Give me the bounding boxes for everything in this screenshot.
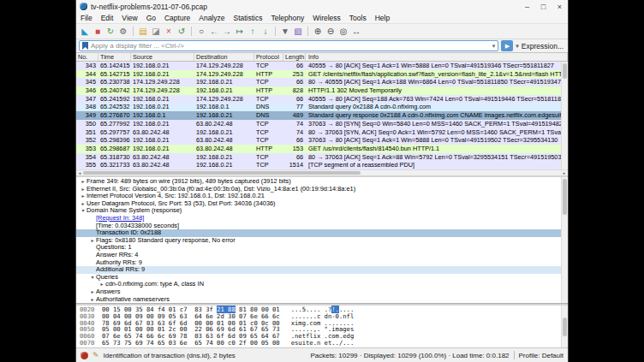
hex-row[interactable]: 0070 65 73 75 69 74 65 03 6e 65 74 00 c0… bbox=[80, 340, 568, 347]
detail-row[interactable]: [Time: 0.034338000 seconds] bbox=[76, 223, 568, 230]
bytes-scrollbar[interactable] bbox=[561, 306, 568, 347]
capture-options-button[interactable]: ⚙ bbox=[117, 26, 129, 38]
expander-icon[interactable]: ▸ bbox=[89, 296, 96, 304]
expander-icon[interactable]: ▸ bbox=[80, 200, 86, 208]
resize-columns-button[interactable]: ↔ bbox=[350, 26, 362, 38]
expander-icon[interactable]: ▸ bbox=[98, 281, 105, 288]
packet-list-scrollbar[interactable] bbox=[561, 62, 568, 169]
expander-icon[interactable]: ▸ bbox=[89, 237, 96, 245]
table-row[interactable]: 34465.142715192.168.0.21174.129.249.228H… bbox=[76, 70, 568, 79]
expression-button[interactable]: Expression... bbox=[522, 42, 565, 50]
expander-icon[interactable]: ▸ bbox=[80, 178, 86, 186]
open-file-button[interactable]: ▤ bbox=[137, 26, 149, 38]
zoom-in-button[interactable]: ⊕ bbox=[312, 26, 324, 38]
display-filter-input[interactable]: Apply a display filter ... <Ctrl-/> ▾ bbox=[79, 40, 498, 51]
table-row[interactable]: 35065.277992192.168.0.2163.80.242.48TCP7… bbox=[76, 120, 568, 128]
restart-capture-button[interactable]: ↻ bbox=[104, 26, 116, 38]
maximize-button[interactable]: □ bbox=[535, 0, 552, 13]
expander-icon[interactable]: ▾ bbox=[89, 274, 96, 282]
detail-row[interactable]: [Request In: 348] bbox=[76, 215, 568, 223]
menu-item-view[interactable]: View bbox=[117, 14, 141, 22]
detail-row[interactable]: Questions: 1 bbox=[76, 244, 568, 252]
bookmark-icon[interactable] bbox=[82, 42, 88, 50]
scrollbar-thumb[interactable] bbox=[563, 63, 567, 79]
detail-row[interactable]: ▸Internet Protocol Version 4, Src: 192.1… bbox=[76, 193, 568, 200]
packet-list-hscrollbar[interactable]: ◂ ▸ bbox=[76, 169, 568, 175]
menu-item-file[interactable]: File bbox=[76, 14, 97, 22]
table-row[interactable]: 35465.31873063.80.242.48192.168.0.21TCP6… bbox=[76, 153, 568, 162]
auto-scroll-button[interactable]: ▼ bbox=[279, 26, 291, 38]
column-header-no[interactable]: No. bbox=[76, 53, 98, 61]
zoom-original-button[interactable]: ◎ bbox=[337, 26, 349, 38]
close-file-button[interactable]: × bbox=[163, 26, 175, 38]
menu-item-go[interactable]: Go bbox=[142, 14, 160, 22]
menu-item-edit[interactable]: Edit bbox=[97, 14, 118, 22]
detail-row[interactable]: ▸Authoritative nameservers bbox=[76, 296, 568, 304]
close-button[interactable]: × bbox=[552, 0, 568, 13]
detail-row[interactable]: Transaction ID: 0x2188 bbox=[76, 229, 568, 237]
scrollbar-thumb[interactable] bbox=[563, 179, 567, 215]
table-row[interactable]: 35165.29775763.80.242.48192.168.0.21TCP7… bbox=[76, 128, 568, 137]
expression-dropdown-icon[interactable]: ▾ bbox=[516, 43, 519, 50]
table-row[interactable]: 34665.240742174.129.249.228192.168.0.21H… bbox=[76, 86, 568, 95]
detail-row[interactable]: Answer RRs: 4 bbox=[76, 252, 568, 259]
column-header-protocol[interactable]: Protocol bbox=[254, 53, 283, 61]
reload-file-button[interactable]: ↺ bbox=[176, 26, 188, 38]
column-header-source[interactable]: Source bbox=[131, 53, 194, 61]
column-header-time[interactable]: Time bbox=[98, 53, 131, 61]
capture-comment-icon[interactable]: ✎ bbox=[92, 351, 99, 359]
menu-item-telephony[interactable]: Telephony bbox=[267, 14, 309, 22]
table-row[interactable]: 35565.32173363.80.242.48192.168.0.21TCP1… bbox=[76, 161, 568, 169]
details-scrollbar[interactable] bbox=[561, 177, 568, 303]
title-bar[interactable]: tv-netflix-problems-2011-07-06.pcap – □ … bbox=[76, 0, 568, 13]
menu-item-capture[interactable]: Capture bbox=[160, 14, 194, 22]
table-row[interactable]: 34565.230738174.129.249.228192.168.0.21T… bbox=[76, 78, 568, 86]
detail-row[interactable]: ▸User Datagram Protocol, Src Port: 53 (5… bbox=[76, 200, 568, 208]
expander-icon[interactable]: ▾ bbox=[80, 207, 86, 215]
expander-icon[interactable]: ▸ bbox=[89, 288, 96, 296]
menu-item-help[interactable]: Help bbox=[371, 14, 394, 22]
expert-info-icon[interactable] bbox=[80, 352, 88, 359]
expander-icon[interactable]: ▸ bbox=[80, 193, 86, 200]
start-capture-button[interactable]: ◣ bbox=[79, 26, 91, 38]
table-row[interactable]: 34865.242532192.168.0.21192.168.0.1DNS77… bbox=[76, 103, 568, 111]
minimize-button[interactable]: – bbox=[519, 0, 535, 13]
menu-item-wireless[interactable]: Wireless bbox=[308, 14, 345, 22]
zoom-out-button[interactable]: ⊖ bbox=[325, 26, 337, 38]
table-row[interactable]: 34765.241592192.168.0.21174.129.249.228T… bbox=[76, 95, 568, 104]
detail-row[interactable]: ▸cdn-0.nflximg.com: type A, class IN bbox=[76, 281, 568, 288]
go-back-button[interactable]: ← bbox=[208, 26, 220, 38]
status-profile[interactable]: Profile: Default bbox=[519, 352, 564, 359]
detail-row[interactable]: ▸Ethernet II, Src: Globalsc_00:3b:0a (f0… bbox=[76, 186, 568, 193]
go-to-packet-button[interactable]: ↦ bbox=[234, 26, 246, 38]
go-last-button[interactable]: ↓ bbox=[259, 26, 271, 38]
save-file-button[interactable]: ◪ bbox=[150, 26, 162, 38]
go-forward-button[interactable]: → bbox=[221, 26, 233, 38]
menu-item-analyze[interactable]: Analyze bbox=[194, 14, 229, 22]
detail-row[interactable]: ▸Answers bbox=[76, 288, 568, 296]
detail-row[interactable]: ▾Domain Name System (response) bbox=[76, 207, 568, 215]
hscroll-thumb[interactable] bbox=[83, 171, 361, 175]
apply-filter-button[interactable]: ▶ bbox=[501, 40, 513, 51]
detail-row[interactable]: ▾Queries bbox=[76, 274, 568, 282]
table-row[interactable]: 34965.276870192.168.0.1192.168.0.21DNS48… bbox=[76, 111, 568, 120]
column-header-destination[interactable]: Destination bbox=[194, 53, 254, 61]
find-packet-button[interactable]: ○ bbox=[195, 26, 207, 38]
expander-icon[interactable]: ▸ bbox=[80, 186, 86, 193]
scrollbar-thumb[interactable] bbox=[563, 317, 567, 336]
colorize-button[interactable]: ▧ bbox=[292, 26, 304, 38]
detail-row[interactable]: ▸Frame 349: 489 bytes on wire (3912 bits… bbox=[76, 178, 568, 186]
column-header-info[interactable]: Info bbox=[306, 53, 568, 61]
table-row[interactable]: 35365.298687192.168.0.2163.80.242.48HTTP… bbox=[76, 145, 568, 153]
table-row[interactable]: 35265.298396192.168.0.2163.80.242.48TCP6… bbox=[76, 136, 568, 145]
hscroll-track[interactable] bbox=[83, 170, 561, 175]
menu-item-tools[interactable]: Tools bbox=[345, 14, 371, 22]
table-row[interactable]: 34365.142415192.168.0.21174.129.249.228T… bbox=[76, 62, 568, 70]
detail-row[interactable]: ▸Flags: 0x8180 Standard query response, … bbox=[76, 237, 568, 245]
detail-row[interactable]: Additional RRs: 9 bbox=[76, 266, 568, 274]
filter-dropdown-icon[interactable]: ▾ bbox=[492, 43, 496, 50]
go-first-button[interactable]: ↑ bbox=[247, 26, 259, 38]
detail-row[interactable]: Authority RRs: 9 bbox=[76, 259, 568, 267]
column-header-length[interactable]: Length bbox=[283, 53, 306, 61]
stop-capture-button[interactable]: ■ bbox=[92, 26, 104, 38]
